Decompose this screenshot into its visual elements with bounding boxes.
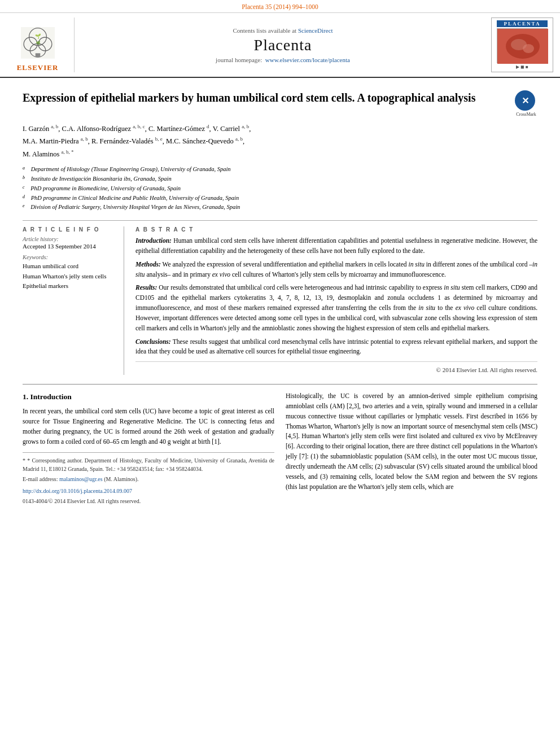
intro-right-col: Histologically, the UC is covered by an …	[286, 391, 537, 505]
journal-citation: Placenta 35 (2014) 994–1000	[0, 0, 560, 13]
footnote: * * Corresponding author. Department of …	[23, 452, 274, 483]
abstract-methods-text: We analyzed the expression of several un…	[135, 261, 537, 278]
homepage-line: journal homepage: www.elsevier.com/locat…	[216, 56, 350, 63]
intro-left-col: 1. Introduction In recent years, the umb…	[23, 391, 274, 505]
abstract-intro-text: Human umbilical cord stem cells have inh…	[135, 237, 537, 254]
elsevier-tree-icon: 🌿 🌱	[18, 27, 58, 61]
journal-header: 🌿 🌱 ELSEVIER Contents lists available at…	[0, 13, 560, 78]
copyright: © 2014 Elsevier Ltd. All rights reserved…	[135, 361, 537, 375]
affiliation-d: d PhD programme in Clinical Medicine and…	[23, 194, 537, 203]
contents-available: Contents lists available at ScienceDirec…	[233, 27, 333, 34]
article-info-label: A R T I C L E I N F O	[23, 226, 117, 233]
placenta-logo-inner: PLACENTA ▶ ◼ ■	[497, 20, 548, 69]
intro-heading: 1. Introduction	[23, 391, 274, 403]
abstract-column: A B S T R A C T Introduction: Human umbi…	[135, 226, 537, 375]
article-history: Article history: Accepted 13 September 2…	[23, 236, 117, 250]
svg-text:🌱: 🌱	[34, 33, 41, 40]
introduction-section: 1. Introduction In recent years, the umb…	[23, 391, 537, 505]
page: Placenta 35 (2014) 994–1000 🌿 🌱 ELSEVIER	[0, 0, 560, 747]
placenta-logo: PLACENTA ▶ ◼ ■	[491, 18, 553, 72]
intro-right-text: Histologically, the UC is covered by an …	[286, 391, 537, 492]
intro-number: 1.	[23, 392, 28, 401]
crossmark-icon: ✕	[515, 90, 535, 111]
doi-link: http://dx.doi.org/10.1016/j.placenta.201…	[23, 487, 274, 496]
keyword-1: Human umbilical cord	[23, 261, 117, 272]
section-divider	[23, 384, 537, 385]
history-label: Article history:	[23, 236, 117, 242]
placenta-logo-subtext: ▶ ◼ ■	[516, 64, 528, 69]
abstract-results-bold: Results:	[135, 284, 157, 291]
intro-left-text: In recent years, the umbilical cord stem…	[23, 407, 274, 447]
placenta-cover-image	[497, 28, 548, 63]
intro-title: Introduction	[30, 392, 72, 401]
crossmark-label: CrossMark	[515, 112, 537, 117]
affiliation-a: a Department of Histology (Tissue Engine…	[23, 165, 537, 174]
homepage-link[interactable]: www.elsevier.com/locate/placenta	[265, 56, 350, 63]
svg-text:🌿: 🌿	[36, 41, 40, 45]
abstract-conclusions-bold: Conclusions:	[135, 338, 171, 345]
keywords-section: Keywords: Human umbilical cord Human Wha…	[23, 254, 117, 291]
issn-line: 0143-4004/© 2014 Elsevier Ltd. All right…	[23, 497, 274, 506]
article-title-section: Expression of epithelial markers by huma…	[23, 90, 537, 117]
article-body: Expression of epithelial markers by huma…	[0, 78, 560, 517]
abstract-conclusions-text: These results suggest that umbilical cor…	[135, 338, 537, 355]
abstract-conclusions: Conclusions: These results suggest that …	[135, 337, 537, 357]
keywords-list: Human umbilical cord Human Wharton's jel…	[23, 261, 117, 291]
affiliation-b: b Instituto de Investigación Biosanitari…	[23, 174, 537, 184]
keywords-label: Keywords:	[23, 254, 117, 260]
affiliation-c: c PhD programme in Biomedicine, Universi…	[23, 184, 537, 194]
citation-text: Placenta 35 (2014) 994–1000	[242, 3, 318, 10]
keyword-3: Epithelial markers	[23, 281, 117, 291]
article-title: Expression of epithelial markers by huma…	[23, 90, 509, 105]
svg-rect-5	[35, 53, 40, 57]
affiliations: a Department of Histology (Tissue Engine…	[23, 165, 537, 212]
doi-anchor[interactable]: http://dx.doi.org/10.1016/j.placenta.201…	[23, 488, 132, 494]
abstract-text: Introduction: Human umbilical cord stem …	[135, 236, 537, 375]
abstract-results-text: Our results demonstrated that umbilical …	[135, 284, 537, 331]
abstract-methods-bold: Methods:	[135, 261, 161, 268]
footnote-email: E-mail address: malaminos@ugr.es (M. Ala…	[23, 475, 274, 483]
abstract-label: A B S T R A C T	[135, 226, 537, 233]
placenta-cover-svg	[497, 29, 548, 64]
authors-line: I. Garzón a, b, C.A. Alfonso-Rodríguez a…	[23, 123, 537, 160]
journal-center: Contents lists available at ScienceDirec…	[80, 18, 485, 72]
article-info-column: A R T I C L E I N F O Article history: A…	[23, 226, 124, 375]
abstract-methods: Methods: We analyzed the expression of s…	[135, 260, 537, 280]
accepted-date: Accepted 13 September 2014	[23, 243, 117, 250]
abstract-results: Results: Our results demonstrated that u…	[135, 283, 537, 333]
abstract-intro-bold: Introduction:	[135, 237, 172, 244]
svg-point-11	[523, 44, 534, 53]
journal-title: Placenta	[254, 36, 312, 54]
email-link[interactable]: malaminos@ugr.es	[59, 476, 103, 482]
sciencedirect-link[interactable]: ScienceDirect	[298, 27, 333, 34]
keyword-2: Human Wharton's jelly stem cells	[23, 272, 117, 282]
placenta-logo-title: PLACENTA	[497, 20, 548, 27]
footnote-star: * * Corresponding author. Department of …	[23, 456, 274, 473]
abstract-intro: Introduction: Human umbilical cord stem …	[135, 236, 537, 256]
info-abstract-section: A R T I C L E I N F O Article history: A…	[23, 220, 537, 375]
crossmark-badge: ✕ CrossMark	[515, 90, 537, 117]
elsevier-logo: 🌿 🌱 ELSEVIER	[7, 18, 75, 72]
elsevier-label: ELSEVIER	[17, 63, 59, 72]
affiliation-e: e Division of Pediatric Surgery, Univers…	[23, 203, 537, 212]
